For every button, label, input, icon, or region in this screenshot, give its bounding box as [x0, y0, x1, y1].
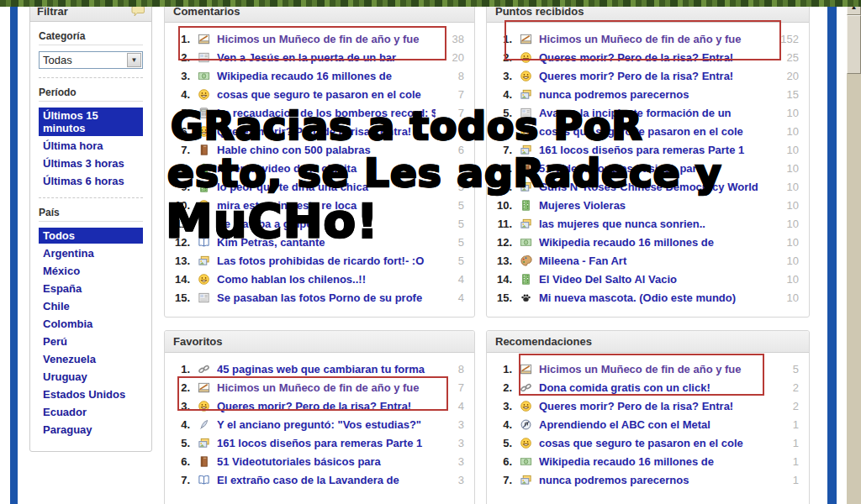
item-count: 5 — [436, 236, 474, 249]
sidebar-item--ltima-hora[interactable]: Última hora — [39, 138, 143, 154]
item-count: 10 — [770, 162, 809, 175]
item-rank: 14. — [487, 273, 512, 286]
sidebar-item-espa-a[interactable]: España — [39, 281, 143, 297]
item-rank: 10. — [487, 199, 512, 212]
panel-recomendaciones-title: Recomendaciones — [495, 335, 592, 348]
post-link[interactable]: Queres morir? Pero de la risa? Entra! — [539, 400, 770, 412]
sidebar-item-chile[interactable]: Chile — [39, 298, 143, 314]
sidebar-item--ltimas-3-horas[interactable]: Últimas 3 horas — [39, 155, 143, 171]
post-link[interactable]: Queres morir? Pero de la risa? Entra! — [539, 70, 770, 82]
item-rank: 4. — [487, 418, 512, 431]
item-rank: 3. — [487, 400, 512, 412]
item-count: 2 — [770, 400, 809, 412]
sidebar-item-m-xico[interactable]: México — [39, 263, 143, 279]
item-count: 3 — [436, 418, 474, 431]
post-link[interactable]: Y el anciano preguntó: "Vos estudias?" — [217, 418, 436, 431]
period-list: Últimos 15 minutosÚltima horaÚltimas 3 h… — [39, 108, 143, 189]
scrollbar-thumb[interactable] — [847, 15, 861, 74]
panel-favoritos-header: Favoritos — [165, 331, 474, 353]
list-item: 14.El Video Del Salto Al Vacio10 — [487, 270, 809, 288]
list-item: 15.Se pasaban las fotos Porno de su prof… — [165, 288, 474, 307]
country-label: País — [39, 207, 143, 222]
post-link[interactable]: 51 Videotutoriales básicos para — [217, 455, 436, 468]
divider — [39, 197, 143, 198]
list-item: 13.Las fotos prohibidas de ricardo fort!… — [165, 251, 474, 270]
post-link[interactable]: Como hablan los chilenos..!! — [217, 273, 436, 286]
item-count: 3 — [436, 437, 474, 449]
item-rank: 7. — [165, 474, 190, 486]
panel-puntos-title: Puntos recibidos — [495, 5, 584, 18]
post-link[interactable]: El extraño caso de la Lavandera de — [217, 474, 436, 486]
item-count: 15 — [770, 88, 809, 101]
post-link[interactable]: El Video Del Salto Al Vacio — [539, 273, 770, 286]
post-link[interactable]: cosas que seguro te pasaron en el cole — [539, 437, 770, 449]
smiley-icon — [520, 399, 533, 412]
post-link[interactable]: Mi nueva mascota. (Odio este mundo) — [539, 291, 770, 304]
sidebar-item-uruguay[interactable]: Uruguay — [39, 369, 143, 385]
post-link[interactable]: Wikipedia recaudo 16 millones de — [539, 455, 770, 468]
annotation-red-box — [177, 376, 448, 411]
panel-comentarios-title: Comentarios — [173, 5, 240, 18]
sidebar-item-argentina[interactable]: Argentina — [39, 245, 143, 261]
post-link[interactable]: las mujeres que nunca sonrien.. — [539, 218, 770, 230]
item-rank: 6. — [165, 455, 190, 468]
sidebar-item--ltimas-6-horas[interactable]: Últimas 6 horas — [39, 173, 143, 189]
item-count: 10 — [770, 199, 809, 212]
post-link[interactable]: Wikipedia recaudo 16 millones de — [217, 70, 436, 82]
category-select[interactable]: Todas ▼ — [39, 51, 143, 69]
item-rank: 1. — [487, 363, 512, 375]
post-link[interactable]: Wikipedia recaudo 16 millones de — [539, 236, 770, 249]
list-item: 7.nunca podremos parecernos1 — [487, 470, 809, 489]
item-rank: 14. — [165, 273, 190, 286]
post-link[interactable]: 45 paginas web que cambiaran tu forma — [217, 363, 436, 375]
list-item: 13.Mileena - Fan Art10 — [487, 251, 809, 270]
photos-icon — [520, 87, 533, 101]
smiley-icon — [520, 69, 533, 82]
sidebar-item-per-[interactable]: Perú — [39, 333, 143, 349]
sidebar-item-paraguay[interactable]: Paraguay — [39, 422, 143, 438]
vertical-scrollbar[interactable]: ▲ — [847, 0, 861, 504]
post-link[interactable]: Se pasaban las fotos Porno de su profe — [217, 291, 436, 304]
post-link[interactable]: Aprendiendo el ABC con el Metal — [539, 418, 770, 431]
sidebar-item-todos[interactable]: Todos — [39, 228, 143, 244]
list-item: 7.El extraño caso de la Lavandera de3 — [165, 470, 474, 489]
item-count: 1 — [770, 418, 809, 431]
item-rank: 4. — [165, 418, 190, 431]
list-item: 10.Mujeres Violeras10 — [487, 196, 809, 214]
photos-icon — [520, 217, 533, 230]
sidebar-item--ltimos-15-minutos[interactable]: Últimos 15 minutos — [39, 108, 143, 136]
post-link[interactable]: 161 locos diseños para remeras Parte 1 — [217, 437, 436, 449]
smiley-icon — [198, 87, 211, 101]
item-rank: 5. — [487, 437, 512, 449]
item-count: 1 — [770, 455, 809, 468]
sidebar-item-colombia[interactable]: Colombia — [39, 316, 143, 332]
paw-icon — [520, 291, 533, 304]
sidebar-item-venezuela[interactable]: Venezuela — [39, 351, 143, 367]
film-icon — [520, 198, 533, 212]
sidebar-item-ecuador[interactable]: Ecuador — [39, 404, 143, 420]
list-item: 4.nunca podremos parecernos15 — [487, 85, 809, 103]
item-rank: 4. — [487, 88, 512, 101]
grass-banner-strip — [0, 0, 861, 7]
list-item: 1.45 paginas web que cambiaran tu forma8 — [165, 360, 474, 378]
item-count: 2 — [770, 381, 809, 394]
item-rank: 3. — [165, 70, 190, 82]
item-count: 4 — [436, 273, 474, 286]
item-count: 5 — [770, 363, 809, 375]
post-link[interactable]: Mileena - Fan Art — [539, 255, 770, 267]
item-count: 10 — [770, 236, 809, 249]
post-link[interactable]: nunca podremos parecernos — [539, 88, 770, 101]
post-link[interactable]: cosas que seguro te pasaron en el cole — [217, 88, 436, 101]
post-link[interactable]: Las fotos prohibidas de ricardo fort!- :… — [217, 255, 436, 267]
item-rank: 13. — [487, 255, 512, 267]
post-link[interactable]: Mujeres Violeras — [539, 199, 770, 212]
link-icon — [198, 362, 211, 375]
list-item: 4.cosas que seguro te pasaron en el cole… — [165, 85, 474, 103]
list-item: 15.Mi nueva mascota. (Odio este mundo)10 — [487, 288, 809, 307]
item-count: 1 — [770, 437, 809, 449]
sidebar-item-estados-unidos[interactable]: Estados Unidos — [39, 386, 143, 402]
money-icon — [520, 454, 533, 468]
post-link[interactable]: nunca podremos parecernos — [539, 474, 770, 486]
smiley-icon — [198, 272, 211, 286]
item-rank: 4. — [165, 88, 190, 101]
